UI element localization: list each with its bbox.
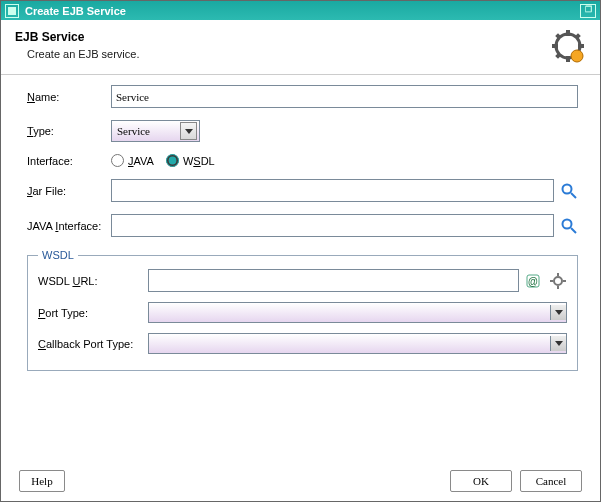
interface-label: Interface: <box>27 155 111 167</box>
wsdl-group: WSDL WSDL URL: @ Port Type: Call <box>27 249 578 371</box>
wsdl-legend: WSDL <box>38 249 78 261</box>
window-restore-icon[interactable]: ❐ <box>580 4 596 18</box>
javainterface-browse-button[interactable] <box>560 217 578 235</box>
gear-icon <box>550 273 566 289</box>
svg-rect-7 <box>555 52 561 58</box>
page-title: EJB Service <box>15 30 552 44</box>
chevron-down-icon <box>550 336 566 351</box>
cancel-button[interactable]: Cancel <box>520 470 582 492</box>
dialog-header: EJB Service Create an EJB service. <box>1 20 600 70</box>
svg-rect-1 <box>566 30 570 36</box>
svg-rect-4 <box>578 44 584 48</box>
window-icon <box>5 4 19 18</box>
find-wsdl-icon: @ <box>526 273 542 289</box>
wsdl-find-button[interactable]: @ <box>525 272 543 290</box>
help-button[interactable]: Help <box>19 470 65 492</box>
wsdlurl-label: WSDL URL: <box>38 275 148 287</box>
wsdlurl-input[interactable] <box>148 269 519 292</box>
svg-rect-2 <box>566 56 570 62</box>
svg-point-10 <box>563 184 572 193</box>
jarfile-browse-button[interactable] <box>560 182 578 200</box>
callbackporttype-label: Callback Port Type: <box>38 338 148 350</box>
svg-point-9 <box>571 50 583 62</box>
porttype-select[interactable] <box>148 302 567 323</box>
javainterface-label: JAVA Interface: <box>27 220 111 232</box>
name-input[interactable] <box>111 85 578 108</box>
svg-line-13 <box>571 228 576 233</box>
type-select-value: Service <box>117 125 150 137</box>
svg-text:@: @ <box>528 276 538 287</box>
ok-button[interactable]: OK <box>450 470 512 492</box>
wsdl-settings-button[interactable] <box>549 272 567 290</box>
interface-wsdl-radio[interactable]: WSDL <box>166 154 215 167</box>
jarfile-label: Jar File: <box>27 185 111 197</box>
callbackporttype-select[interactable] <box>148 333 567 354</box>
form-area: Name: Type: Service Interface: JAVA WSDL… <box>1 85 600 460</box>
svg-rect-6 <box>574 33 580 39</box>
porttype-label: Port Type: <box>38 307 148 319</box>
chevron-down-icon <box>550 305 566 320</box>
jarfile-input[interactable] <box>111 179 554 202</box>
svg-rect-5 <box>555 33 561 39</box>
name-label: Name: <box>27 91 111 103</box>
titlebar: Create EJB Service ❐ <box>1 1 600 20</box>
window-title: Create EJB Service <box>25 5 126 17</box>
wizard-gear-icon <box>552 30 586 64</box>
javainterface-input[interactable] <box>111 214 554 237</box>
dialog-footer: Help OK Cancel <box>1 460 600 501</box>
svg-line-11 <box>571 193 576 198</box>
magnifier-icon <box>561 183 577 199</box>
type-select[interactable]: Service <box>111 120 200 142</box>
magnifier-icon <box>561 218 577 234</box>
svg-rect-3 <box>552 44 558 48</box>
interface-java-radio[interactable]: JAVA <box>111 154 154 167</box>
type-label: Type: <box>27 125 111 137</box>
svg-point-12 <box>563 219 572 228</box>
interface-wsdl-radio-label: WSDL <box>183 155 215 167</box>
page-subtitle: Create an EJB service. <box>27 48 552 60</box>
interface-java-radio-label: JAVA <box>128 155 154 167</box>
chevron-down-icon <box>180 122 197 140</box>
svg-point-16 <box>554 277 562 285</box>
